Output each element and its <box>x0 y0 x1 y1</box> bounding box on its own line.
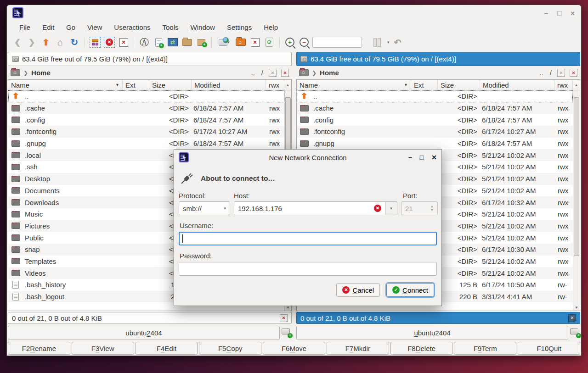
parent-dir-button[interactable]: .. <box>538 69 544 77</box>
file-row[interactable]: .cache<DIR>6/18/24 7:57 AMrwx <box>8 102 284 114</box>
menu-item-view[interactable]: View <box>82 22 107 32</box>
column-header-modified[interactable]: Modified <box>192 80 266 90</box>
root-dir-button[interactable]: / <box>549 69 553 77</box>
fnkey-f10-quit[interactable]: F10 Quit <box>518 342 580 355</box>
scroll-up-icon[interactable]: ▲ <box>284 80 291 90</box>
close-tab-button[interactable]: ✕ <box>269 69 277 77</box>
tab-ubuntu2404[interactable]: ubuntu2404 <box>296 326 568 340</box>
root-dir-button[interactable]: / <box>260 69 264 77</box>
status-close-button[interactable]: ✕ <box>280 314 288 322</box>
refresh-icon[interactable]: ↻ <box>68 36 80 48</box>
close-other-tabs-button[interactable]: ✕ <box>281 69 289 77</box>
window-maximize-button[interactable]: □ <box>557 10 561 17</box>
column-header-rwx[interactable]: rwx <box>554 80 573 90</box>
window-titlebar[interactable]: – □ × <box>7 5 581 21</box>
column-header-ext[interactable]: Ext <box>411 80 438 90</box>
close-other-tabs-button[interactable]: ✕ <box>570 69 577 77</box>
file-row[interactable]: .config<DIR>6/18/24 7:57 AMrwx <box>297 114 573 126</box>
forward-icon[interactable]: ❯ <box>26 36 38 48</box>
zoom-in-icon[interactable]: + <box>284 36 296 48</box>
chevron-down-icon[interactable]: ▾ <box>387 40 390 45</box>
unpack-icon[interactable]: + <box>195 36 207 48</box>
folder-home-icon[interactable] <box>299 69 309 76</box>
quick-filter-input[interactable] <box>312 37 362 48</box>
folder-home-icon[interactable] <box>11 69 20 76</box>
network-connect-icon[interactable]: ▾ <box>216 36 232 48</box>
terminal-icon[interactable]: ⚙ <box>263 36 275 48</box>
fnkey-f7-mkdir[interactable]: F7 Mkdir <box>327 342 389 355</box>
menu-item-go[interactable]: Go <box>61 22 80 32</box>
back-icon[interactable]: ❮ <box>11 36 23 48</box>
menu-item-tools[interactable]: Tools <box>158 22 184 32</box>
menu-item-edit[interactable]: Edit <box>37 22 59 32</box>
home-icon[interactable]: ⌂ <box>54 36 66 48</box>
fnkey-f3-view[interactable]: F3 View <box>72 342 134 355</box>
dialog-titlebar[interactable]: New Network Connection – □ ✕ <box>174 150 441 165</box>
port-input[interactable]: 21 ▲▼ <box>401 201 438 215</box>
column-header-name[interactable]: Name▼ <box>8 80 123 90</box>
tab-ubuntu2404[interactable]: ubuntu2404 <box>8 326 280 340</box>
status-close-button[interactable]: ✕ <box>568 314 576 322</box>
port-stepper[interactable]: ▲▼ <box>430 205 434 212</box>
host-dropdown-button[interactable]: ▾ <box>385 201 397 215</box>
parent-dir-button[interactable]: .. <box>250 69 255 77</box>
unmark-all-icon[interactable]: ✕ <box>103 36 115 48</box>
menu-item-file[interactable]: File <box>14 22 35 32</box>
add-tab-button[interactable]: + <box>282 328 292 338</box>
fnkey-f5-copy[interactable]: F5 Copy <box>199 342 261 355</box>
window-close-button[interactable]: × <box>571 10 575 17</box>
pack-icon[interactable] <box>181 36 193 48</box>
fnkey-f4-edit[interactable]: F4 Edit <box>136 342 198 355</box>
cancel-button[interactable]: ✕ Cancel <box>336 283 380 297</box>
file-row[interactable]: ⬆..<DIR> <box>297 90 573 102</box>
close-tab-button[interactable]: ✕ <box>557 69 565 77</box>
right-scrollbar[interactable]: ▼ <box>573 90 580 311</box>
right-drive-bar[interactable]: 63.4 GiB free out of 79.5 GiB (79%) on /… <box>296 52 580 66</box>
password-input[interactable] <box>179 262 437 276</box>
column-header-ext[interactable]: Ext <box>123 80 149 90</box>
favorites-folder-icon[interactable] <box>235 36 247 48</box>
up-directory-icon[interactable]: ⬆ <box>40 36 52 48</box>
undo-icon[interactable]: ↶ <box>392 36 404 48</box>
menu-item-useractions[interactable]: Useractions <box>109 22 155 32</box>
scroll-up-icon[interactable]: ▲ <box>573 80 580 90</box>
split-view-icon[interactable] <box>369 36 385 48</box>
protocol-select[interactable]: smb:// ▾ <box>179 201 230 215</box>
file-row[interactable]: .gnupg<DIR>6/18/24 7:57 AMrwx <box>297 138 573 150</box>
path-label[interactable]: Home <box>320 69 339 77</box>
file-row[interactable]: ⬆..<DIR> <box>8 90 284 102</box>
file-row[interactable]: .config<DIR>6/18/24 7:57 AMrwx <box>8 114 284 126</box>
fnkey-f2-rename[interactable]: F2 Rename <box>8 342 70 355</box>
connect-button[interactable]: ✓ Connect <box>386 283 434 297</box>
menu-item-settings[interactable]: Settings <box>222 22 257 32</box>
host-input[interactable]: 192.168.1.176 ✕ <box>234 201 385 215</box>
file-row[interactable]: .gnupg<DIR>6/18/24 7:57 AMrwx <box>8 138 284 150</box>
close-tab-icon[interactable]: ✕ <box>249 36 261 48</box>
dialog-close-button[interactable]: ✕ <box>431 154 437 161</box>
column-header-modified[interactable]: Modified <box>480 80 554 90</box>
dialog-minimize-button[interactable]: – <box>408 154 412 161</box>
path-label[interactable]: Home <box>31 69 51 77</box>
column-header-name[interactable]: Name▼ <box>297 80 411 90</box>
scroll-thumb[interactable] <box>574 97 579 256</box>
file-row[interactable]: .cache<DIR>6/18/24 7:57 AMrwx <box>297 102 573 114</box>
clear-host-icon[interactable]: ✕ <box>374 205 381 212</box>
file-row[interactable]: .fontconfig<DIR>6/17/24 10:27 AMrwx <box>297 126 573 138</box>
search-icon[interactable]: Ⓐ <box>138 36 150 48</box>
cancel-operation-icon[interactable]: ✕ <box>118 36 130 48</box>
column-header-size[interactable]: Size <box>438 80 480 90</box>
fnkey-f9-term[interactable]: F9 Term <box>454 342 516 355</box>
column-header-rwx[interactable]: rwx <box>266 80 284 90</box>
window-minimize-button[interactable]: – <box>544 10 548 17</box>
left-drive-bar[interactable]: 63.4 GiB free out of 79.5 GiB (79%) on /… <box>8 52 292 66</box>
scroll-down-icon[interactable]: ▼ <box>573 304 580 311</box>
menu-item-help[interactable]: Help <box>259 22 283 32</box>
new-file-icon[interactable]: + <box>153 36 164 48</box>
dialog-maximize-button[interactable]: □ <box>420 154 424 161</box>
column-header-size[interactable]: Size <box>149 80 192 90</box>
username-input[interactable] <box>179 232 437 245</box>
fnkey-f6-move[interactable]: F6 Move <box>263 342 325 355</box>
add-tab-button[interactable]: + <box>570 328 580 338</box>
swap-panels-icon[interactable]: ⇄ <box>167 36 179 48</box>
fnkey-f8-delete[interactable]: F8 Delete <box>390 342 453 355</box>
